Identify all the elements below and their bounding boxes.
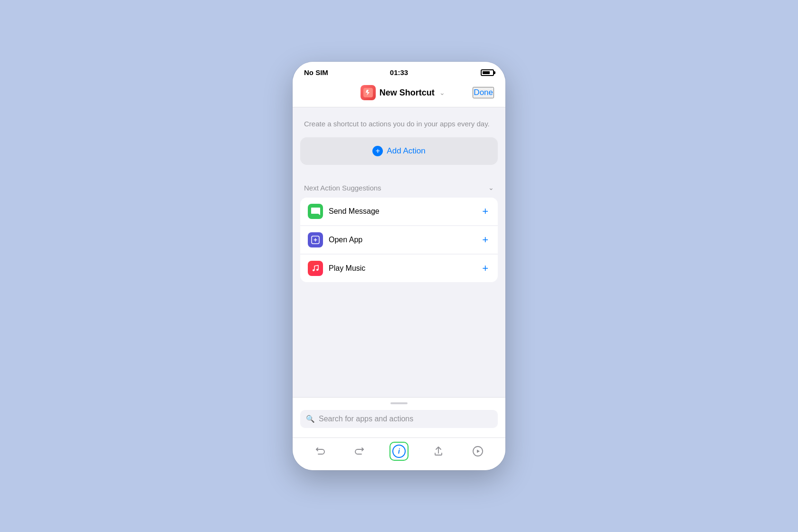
open-app-add-button[interactable]: + <box>480 234 490 246</box>
nav-bar: New Shortcut ⌄ Done <box>293 81 505 107</box>
suggestions-title: Next Action Suggestions <box>304 184 381 192</box>
status-bar: No SIM 01:33 <box>293 62 505 81</box>
action-item-open-app[interactable]: Open App + <box>300 226 498 254</box>
bottom-toolbar: i <box>293 437 505 470</box>
add-action-button[interactable]: + Add Action <box>300 137 498 165</box>
add-action-label: Add Action <box>387 146 425 156</box>
add-action-plus-icon: + <box>372 146 383 156</box>
search-bar[interactable]: 🔍 Search for apps and actions <box>300 410 498 428</box>
music-icon <box>308 261 323 276</box>
description-text: Create a shortcut to actions you do in y… <box>293 107 505 137</box>
title-chevron-icon: ⌄ <box>439 89 445 96</box>
share-button[interactable] <box>429 442 448 461</box>
shortcut-name: New Shortcut <box>380 88 435 98</box>
search-placeholder: Search for apps and actions <box>319 415 413 423</box>
svg-point-3 <box>316 269 318 271</box>
battery-icon <box>481 69 494 76</box>
suggestions-section: Next Action Suggestions ⌄ Send Message + <box>293 176 505 286</box>
redo-button[interactable] <box>350 442 369 461</box>
action-item-send-message[interactable]: Send Message + <box>300 198 498 226</box>
play-button[interactable] <box>468 442 487 461</box>
shortcuts-app-icon <box>361 85 376 100</box>
play-music-label: Play Music <box>329 264 475 273</box>
send-message-add-button[interactable]: + <box>480 205 490 218</box>
info-label: i <box>398 447 400 455</box>
suggestions-chevron-icon[interactable]: ⌄ <box>488 184 494 191</box>
open-app-icon <box>308 232 323 247</box>
suggestions-header: Next Action Suggestions ⌄ <box>300 184 498 198</box>
send-message-label: Send Message <box>329 207 475 216</box>
play-music-add-button[interactable]: + <box>480 262 490 275</box>
open-app-label: Open App <box>329 236 475 244</box>
time-label: 01:33 <box>390 68 408 76</box>
shortcuts-icon-svg <box>363 88 373 97</box>
bottom-sheet: 🔍 Search for apps and actions <box>293 397 505 437</box>
search-icon: 🔍 <box>306 415 315 423</box>
status-indicators <box>481 69 494 76</box>
actions-list: Send Message + Open App + <box>300 198 498 282</box>
info-button[interactable]: i <box>390 442 408 461</box>
battery-fill <box>483 71 490 74</box>
content-area: Create a shortcut to actions you do in y… <box>293 107 505 397</box>
drag-handle <box>390 402 408 404</box>
svg-point-2 <box>313 269 314 271</box>
carrier-label: No SIM <box>304 68 328 76</box>
messages-icon <box>308 204 323 219</box>
add-action-container: + Add Action <box>293 137 505 176</box>
done-button[interactable]: Done <box>473 87 494 98</box>
phone-frame: No SIM 01:33 <box>293 62 505 470</box>
action-item-play-music[interactable]: Play Music + <box>300 255 498 282</box>
info-circle-icon: i <box>392 445 406 458</box>
undo-button[interactable] <box>311 442 330 461</box>
nav-title: New Shortcut ⌄ <box>361 85 445 100</box>
